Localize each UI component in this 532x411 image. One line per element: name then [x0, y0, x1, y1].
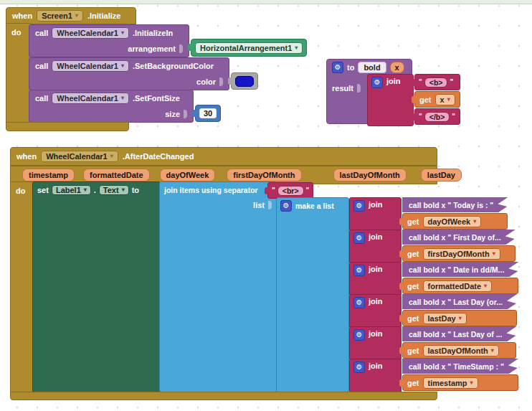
- chevron-down-icon: ▾: [121, 63, 124, 69]
- get-block-x[interactable]: get x ▾: [414, 91, 460, 108]
- collapsed-call-bold-lastdayof[interactable]: call bold x " Last Day of ...: [402, 326, 516, 341]
- do-label: do: [16, 186, 25, 195]
- get-block-lastday[interactable]: get lastDay ▾: [402, 310, 517, 326]
- procedure-block-bold[interactable]: ⚙ to bold x result ⚙ join " <b> " get x: [326, 59, 412, 124]
- join-items-label: join items using separator: [164, 186, 258, 194]
- arg-label-arrangement: arrangement: [128, 44, 176, 53]
- gear-icon[interactable]: ⚙: [353, 297, 365, 308]
- join-items-block[interactable]: join items using separator list: [159, 181, 277, 392]
- gear-icon[interactable]: ⚙: [332, 62, 343, 73]
- event-block-afterdatechanged[interactable]: when WheelCalendar1 ▾ .AfterDateChanged …: [10, 147, 436, 184]
- join-row-2[interactable]: ⚙ join call bold x " First Day of... get…: [349, 230, 516, 264]
- get-block-lastdayofmonth[interactable]: get lastDayOfMonth ▾: [402, 342, 516, 359]
- to-label: to: [347, 63, 354, 72]
- dropdown-wheelcalendar1[interactable]: WheelCalendar1 ▾: [52, 27, 129, 39]
- param-pill-x[interactable]: x: [390, 62, 404, 73]
- make-a-list-block[interactable]: ⚙ make a list: [276, 197, 349, 392]
- gear-icon[interactable]: ⚙: [280, 200, 292, 212]
- param-pill-lastdayofmonth[interactable]: lastDayOfMonth: [333, 169, 407, 181]
- string-field[interactable]: <br>: [277, 186, 304, 196]
- dropdown-horizontalarrangement1[interactable]: HorizontalArrangement1 ▾: [195, 42, 303, 54]
- string-field[interactable]: <b>: [424, 77, 448, 88]
- component-block-horizontalarrangement1[interactable]: HorizontalArrangement1 ▾: [191, 39, 307, 57]
- dropdown-label1[interactable]: Label1 ▾: [52, 185, 91, 195]
- quote-mark: ": [419, 113, 422, 121]
- get-block-timestamp[interactable]: get timestamp ▾: [402, 374, 518, 391]
- join-row-5[interactable]: ⚙ join call bold x " Last Day of ... get…: [349, 326, 516, 361]
- quote-mark: ": [452, 113, 455, 121]
- do-label: do: [11, 28, 21, 37]
- set-block-label1-text[interactable]: set Label1 ▾ . Text ▾ to: [32, 181, 161, 392]
- dropdown-text-property[interactable]: Text ▾: [99, 185, 129, 195]
- call-block-setfontsize[interactable]: call WheelCalendar1 ▾ .SetFontSize size: [29, 90, 194, 123]
- gear-icon[interactable]: ⚙: [353, 232, 365, 244]
- event-header[interactable]: when WheelCalendar1 ▾ .AfterDateChanged: [10, 147, 437, 166]
- collapsed-call-bold-lastday-ord[interactable]: call bold x " Last Day (or...: [402, 294, 517, 309]
- call-block-setbackgroundcolor[interactable]: call WheelCalendar1 ▾ .SetBackgroundColo…: [29, 57, 229, 90]
- dropdown-var[interactable]: lastDay ▾: [423, 313, 467, 324]
- collapsed-call-bold-firstday[interactable]: call bold x " First Day of...: [402, 230, 516, 245]
- statement-initializein: call WheelCalendar1 ▾ .InitializeIn arra…: [29, 24, 307, 57]
- get-block-formatteddate[interactable]: get formattedDate ▾: [402, 278, 518, 294]
- get-label: get: [407, 346, 419, 355]
- procedure-name-field[interactable]: bold: [358, 62, 386, 73]
- join-label: join: [369, 297, 383, 306]
- dropdown-value: formattedDate: [428, 282, 482, 290]
- string-block-close-b[interactable]: " </b> ": [414, 108, 460, 125]
- param-pill-dayofweek[interactable]: dayOfWeek: [160, 169, 216, 181]
- get-block-dayofweek[interactable]: get dayOfWeek ▾: [402, 213, 508, 230]
- when-label: when: [12, 11, 32, 20]
- param-pill-firstdayofmonth[interactable]: firstDayOfMonth: [227, 169, 301, 181]
- dropdown-value: WheelCalendar1: [46, 152, 108, 161]
- dropdown-var[interactable]: firstDayOfMonth ▾: [423, 248, 500, 260]
- get-block-firstdayofmonth[interactable]: get firstDayOfMonth ▾: [402, 245, 516, 262]
- method-name-label: .SetFontSize: [133, 94, 180, 103]
- dropdown-value: WheelCalendar1: [57, 62, 118, 70]
- collapsed-call-bold-timestamp[interactable]: call bold x " TimeStamp : ": [402, 359, 518, 374]
- event-block-screen1-initialize[interactable]: when Screen1 ▾ .Initialize do call Wheel…: [6, 7, 136, 24]
- gear-icon[interactable]: ⚙: [353, 362, 365, 373]
- event-header[interactable]: when Screen1 ▾ .Initialize: [6, 7, 136, 24]
- call-block-initializein[interactable]: call WheelCalendar1 ▾ .InitializeIn arra…: [29, 24, 189, 57]
- join-row-4[interactable]: ⚙ join call bold x " Last Day (or... get…: [349, 294, 517, 329]
- dropdown-var-x[interactable]: x ▾: [435, 94, 455, 105]
- dropdown-value: timestamp: [428, 379, 467, 387]
- dropdown-var[interactable]: formattedDate ▾: [423, 280, 493, 292]
- when-label: when: [16, 152, 37, 161]
- join-row-6[interactable]: ⚙ join call bold x " TimeStamp : " get t…: [349, 359, 518, 393]
- gear-icon[interactable]: ⚙: [353, 265, 365, 276]
- dropdown-wheelcalendar1[interactable]: WheelCalendar1 ▾: [52, 93, 129, 104]
- dropdown-wheelcalendar1[interactable]: WheelCalendar1 ▾: [52, 60, 129, 72]
- dot-separator: .: [94, 186, 96, 194]
- arg-label-size: size: [165, 110, 180, 118]
- join-block-bold-result[interactable]: ⚙ join " <b> " get x ▾ " </b> ": [367, 74, 460, 126]
- string-block-br-separator[interactable]: " <br> ": [267, 182, 313, 199]
- param-pill-timestamp[interactable]: timestamp: [22, 169, 75, 181]
- collapsed-call-bold-today[interactable]: call bold x " Today is : ": [402, 197, 508, 212]
- number-block-30[interactable]: 30: [195, 105, 221, 122]
- dropdown-var[interactable]: timestamp ▾: [423, 377, 478, 389]
- gear-icon[interactable]: ⚙: [371, 77, 383, 88]
- param-pill-formatteddate[interactable]: formattedDate: [83, 169, 150, 181]
- number-field[interactable]: 30: [199, 108, 217, 118]
- dropdown-screen1[interactable]: Screen1 ▾: [37, 10, 83, 22]
- gear-icon[interactable]: ⚙: [353, 200, 365, 212]
- join-row-1[interactable]: ⚙ join call bold x " Today is : " get da…: [349, 197, 508, 232]
- call-label: call: [35, 94, 48, 103]
- collapsed-call-bold-dateformat[interactable]: call bold x " Date in dd/M...: [402, 262, 518, 277]
- dropdown-value: HorizontalArrangement1: [200, 44, 292, 52]
- chevron-down-icon: ▾: [110, 153, 113, 159]
- join-label: join: [369, 265, 383, 273]
- color-swatch[interactable]: [235, 76, 254, 87]
- string-block-open-b[interactable]: " <b> ": [414, 74, 460, 90]
- color-block-blue[interactable]: [231, 72, 258, 90]
- param-pill-lastday[interactable]: lastDay: [421, 169, 462, 181]
- gear-icon[interactable]: ⚙: [353, 329, 365, 341]
- dropdown-var[interactable]: dayOfWeek ▾: [423, 216, 482, 227]
- join-row-3[interactable]: ⚙ join call bold x " Date in dd/M... get…: [349, 262, 518, 296]
- dropdown-var[interactable]: lastDayOfMonth ▾: [423, 345, 499, 356]
- dropdown-wheelcalendar1[interactable]: WheelCalendar1 ▾: [41, 151, 118, 162]
- join-label: join: [369, 362, 383, 370]
- string-field[interactable]: </b>: [424, 112, 450, 122]
- event-name-label: .Initialize: [87, 11, 120, 20]
